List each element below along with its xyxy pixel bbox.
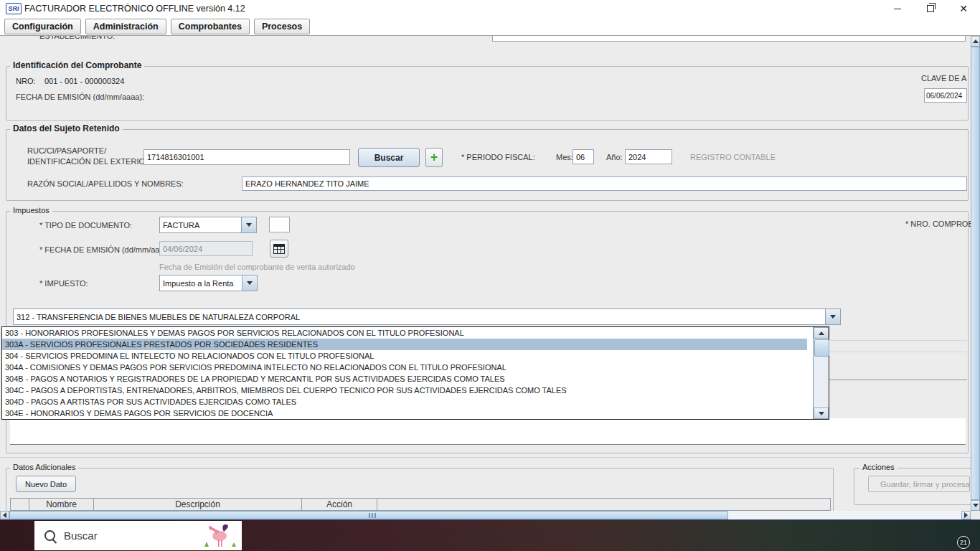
dropdown-scrollbar-thumb[interactable] <box>814 339 829 357</box>
nuevo-dato-button[interactable]: Nuevo Dato <box>16 476 76 492</box>
identificacion-group <box>6 66 969 121</box>
razon-social-label: RAZÓN SOCIAL/APELLIDOS Y NOMBRES: <box>27 179 184 188</box>
scrollbar-grip <box>369 513 376 518</box>
minimize-button[interactable] <box>881 0 914 17</box>
dropdown-option[interactable]: 304B - PAGOS A NOTARIOS Y REGISTRADORES … <box>2 373 807 385</box>
taskbar-search[interactable]: Buscar <box>34 521 242 550</box>
menu-comprobantes[interactable]: Comprobantes <box>171 19 250 34</box>
ruc-label-line2: IDENTIFICACIÓN DEL EXTERIOR: <box>27 156 153 167</box>
vertical-scrollbar[interactable] <box>971 36 980 511</box>
fecha-emision-input[interactable]: 06/06/2024 <box>924 88 967 103</box>
tipo-documento-dropdown-button[interactable] <box>241 217 256 232</box>
window-title: FACTURADOR ELECTRÓNICO OFFLINE versión 4… <box>24 0 245 17</box>
search-icon <box>44 530 55 541</box>
guardar-firmar-procesar-button[interactable]: Guardar, firmar y procesar <box>868 476 970 492</box>
concepto-combobox[interactable]: 312 - TRANSFERENCIA DE BIENES MUEBLES DE… <box>13 309 841 325</box>
chevron-down-icon <box>247 281 253 285</box>
mes-input[interactable]: 06 <box>573 149 594 164</box>
dropdown-scrollbar[interactable] <box>813 327 829 419</box>
clave-acceso-label: CLAVE DE A <box>921 74 966 83</box>
arrow-up-icon <box>819 331 824 335</box>
arrow-left-icon <box>3 512 6 518</box>
menu-administracion[interactable]: Administración <box>85 19 166 34</box>
fecha-hint: Fecha de Emisión del comprobante de vent… <box>159 263 355 271</box>
notification-count-badge: 21 <box>957 536 970 549</box>
mes-label: Mes: <box>556 153 573 161</box>
dropdown-option[interactable]: 304C - PAGOS A DEPORTISTAS, ENTRENADORES… <box>2 385 807 396</box>
column-header-accion[interactable]: Acción <box>302 499 377 510</box>
horizontal-scrollbar[interactable] <box>0 511 971 519</box>
menu-bar: Configuración Administración Comprobante… <box>0 17 980 36</box>
impuesto-dropdown-button[interactable] <box>242 276 257 291</box>
acciones-title: Acciones <box>859 463 897 471</box>
tipo-documento-extra-input[interactable] <box>269 217 290 232</box>
close-button[interactable]: ✕ <box>947 0 980 17</box>
restore-button[interactable] <box>914 0 947 17</box>
fecha-emision-doc-label: * FECHA DE EMISIÓN (dd/mm/aaaa): <box>39 245 173 254</box>
impuesto-value: Impuesto a la Renta <box>160 276 242 291</box>
dropdown-option[interactable]: 304E - HONORARIOS Y DEMAS PAGOS POR SERV… <box>2 408 807 419</box>
tipo-documento-label: * TIPO DE DOCUMENTO: <box>39 221 132 230</box>
scroll-up-button[interactable] <box>814 327 829 339</box>
detalle-table-area <box>10 418 966 445</box>
dropdown-option[interactable]: 303 - HONORARIOS PROFESIONALES Y DEMAS P… <box>2 327 807 339</box>
arrow-down-icon <box>819 412 824 415</box>
screen: SRi FACTURADOR ELECTRÓNICO OFFLINE versi… <box>0 0 980 551</box>
horizontal-scrollbar-thumb[interactable] <box>9 511 728 519</box>
chevron-down-icon <box>830 315 836 319</box>
concepto-dropdown-button[interactable] <box>825 309 840 324</box>
fecha-emision-label: FECHA DE EMISIÓN (dd/mm/aaaa): <box>16 93 144 101</box>
scroll-down-button[interactable] <box>814 408 829 419</box>
title-bar: SRi FACTURADOR ELECTRÓNICO OFFLINE versi… <box>0 0 980 17</box>
dropdown-option[interactable]: 304D - PAGOS A ARTISTAS POR SUS ACTIVIDA… <box>2 396 807 408</box>
search-placeholder: Buscar <box>64 529 98 542</box>
arrow-right-icon <box>964 512 968 518</box>
chevron-down-icon <box>246 223 252 227</box>
datos-adicionales-table-header: Nombre Descripción Acción <box>10 498 831 511</box>
identificacion-title: Identificación del Comprobante <box>10 60 144 70</box>
tipo-documento-value: FACTURA <box>160 217 241 232</box>
scroll-right-button[interactable] <box>961 511 971 519</box>
arrow-up-icon <box>973 39 979 43</box>
concepto-dropdown-list: 303 - HONORARIOS PROFESIONALES Y DEMAS P… <box>1 326 829 420</box>
menu-procesos[interactable]: Procesos <box>254 19 310 34</box>
scroll-up-button[interactable] <box>971 36 980 47</box>
flamingo-image <box>200 523 237 551</box>
dropdown-option[interactable]: 304A - COMISIONES Y DEMAS PAGOS POR SERV… <box>2 362 807 373</box>
sri-app-icon: SRi <box>6 3 22 14</box>
nro-comprobante-label: * NRO. COMPROB. <box>905 220 976 228</box>
datos-adicionales-title: Datos Adicionales <box>10 463 78 471</box>
column-header-nombre[interactable]: Nombre <box>29 499 94 510</box>
concepto-value: 312 - TRANSFERENCIA DE BIENES MUEBLES DE… <box>14 309 825 324</box>
fecha-emision-doc-input[interactable]: 04/06/2024 <box>159 241 253 256</box>
sujeto-title: Datos del Sujeto Retenido <box>10 123 123 133</box>
column-header-descripcion[interactable]: Descripción <box>94 499 302 510</box>
impuesto-label: * IMPUESTO: <box>39 279 88 288</box>
buscar-button[interactable]: Buscar <box>358 148 420 167</box>
menu-configuracion[interactable]: Configuración <box>4 19 81 34</box>
nro-value: 001 - 001 - 000000324 <box>44 77 124 85</box>
registro-contable-label: REGISTRO CONTABLE <box>690 153 776 161</box>
razon-social-input[interactable]: ERAZO HERNANDEZ TITO JAIME <box>242 176 967 191</box>
scroll-down-button[interactable] <box>971 500 980 511</box>
dropdown-option-selected[interactable]: 303A - SERVICIOS PROFESIONALES PRESTADOS… <box>2 339 807 350</box>
calendar-icon <box>273 244 285 254</box>
periodo-fiscal-label: * PERIODO FISCAL: <box>461 153 535 161</box>
arrow-down-icon <box>973 504 979 507</box>
dropdown-option[interactable]: 304 - SERVICIOS PREDOMINA EL INTELECTO N… <box>2 350 807 362</box>
scroll-left-button[interactable] <box>0 511 9 519</box>
anio-input[interactable]: 2024 <box>625 149 672 164</box>
nro-label: NRO: <box>16 77 36 85</box>
impuestos-title: Impuestos <box>10 206 52 215</box>
ruc-label-line1: RUC/CI/PASAPORTE/ <box>27 146 153 156</box>
calendar-button[interactable] <box>270 240 288 258</box>
anio-label: Año: <box>606 153 623 161</box>
tipo-documento-combobox[interactable]: FACTURA <box>159 217 257 233</box>
impuesto-combobox[interactable]: Impuesto a la Renta <box>159 275 258 291</box>
vertical-scrollbar-thumb[interactable] <box>971 47 980 500</box>
ruc-input[interactable]: 1714816301001 <box>143 149 350 165</box>
add-sujeto-button[interactable]: + <box>425 148 443 167</box>
